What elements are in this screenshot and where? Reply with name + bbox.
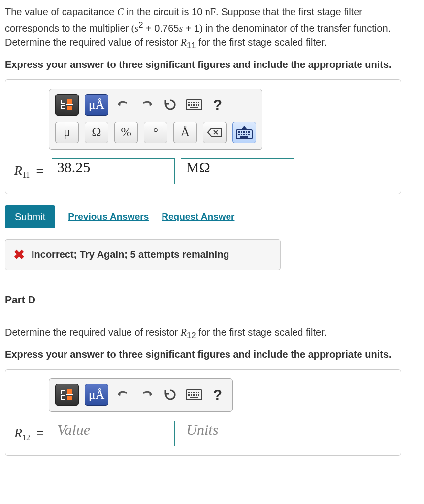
svg-rect-7 bbox=[191, 104, 192, 106]
units-button[interactable]: μÅ bbox=[85, 384, 108, 406]
partd-unit-input[interactable]: Units bbox=[181, 421, 294, 446]
svg-rect-5 bbox=[198, 102, 199, 103]
backspace-button[interactable] bbox=[203, 122, 227, 143]
svg-rect-2 bbox=[191, 102, 192, 103]
units-button[interactable]: μÅ bbox=[85, 94, 108, 116]
partc-actions: Submit Previous Answers Request Answer bbox=[5, 205, 419, 228]
partd-answer-label: R12 = bbox=[14, 425, 46, 442]
svg-rect-9 bbox=[196, 104, 197, 106]
partd-instruction: Express your answer to three significant… bbox=[5, 347, 419, 361]
degree-button[interactable]: ° bbox=[144, 122, 167, 143]
feedback-text: Incorrect; Try Again; 5 attempts remaini… bbox=[32, 249, 229, 260]
svg-rect-19 bbox=[241, 134, 242, 135]
svg-rect-34 bbox=[198, 394, 199, 396]
svg-rect-3 bbox=[193, 102, 195, 103]
svg-rect-1 bbox=[188, 102, 190, 103]
keyboard-toggle-button[interactable] bbox=[232, 122, 256, 143]
keyboard-button[interactable] bbox=[185, 384, 203, 406]
equation-toolbar: μÅ ? μ Ω % ° Å bbox=[49, 89, 262, 150]
submit-button[interactable]: Submit bbox=[5, 205, 55, 228]
percent-button[interactable]: % bbox=[114, 122, 138, 143]
svg-rect-31 bbox=[191, 394, 192, 396]
redo-button[interactable] bbox=[138, 384, 156, 406]
svg-rect-30 bbox=[188, 394, 190, 396]
mu-button[interactable]: μ bbox=[55, 122, 79, 143]
partd-label: Part D bbox=[5, 294, 419, 306]
svg-rect-25 bbox=[188, 392, 190, 393]
partd-value-input[interactable]: Value bbox=[52, 421, 175, 446]
svg-rect-28 bbox=[196, 392, 197, 393]
svg-rect-17 bbox=[248, 131, 250, 133]
help-button[interactable]: ? bbox=[209, 94, 227, 116]
svg-rect-6 bbox=[188, 104, 190, 106]
templates-button[interactable] bbox=[55, 384, 79, 406]
partc-instruction: Express your answer to three significant… bbox=[5, 58, 419, 71]
partc-answer-label: R11 = bbox=[14, 163, 46, 180]
svg-rect-8 bbox=[193, 104, 195, 106]
reset-button[interactable] bbox=[162, 384, 179, 406]
undo-button[interactable] bbox=[114, 94, 132, 116]
svg-rect-15 bbox=[243, 131, 245, 133]
partd-problem-text: Determine the required value of resistor… bbox=[5, 325, 419, 342]
previous-answers-link[interactable]: Previous Answers bbox=[68, 211, 149, 222]
omega-button[interactable]: Ω bbox=[85, 122, 108, 143]
svg-rect-22 bbox=[248, 134, 250, 135]
partc-answer-box: μÅ ? μ Ω % ° Å bbox=[5, 79, 401, 194]
svg-rect-13 bbox=[238, 131, 240, 133]
incorrect-icon: ✖ bbox=[13, 247, 25, 263]
svg-rect-11 bbox=[190, 107, 198, 108]
partc-problem-text: The value of capacitance C in the circui… bbox=[5, 5, 419, 52]
keyboard-button[interactable] bbox=[185, 94, 203, 116]
equation-toolbar-d: μÅ ? bbox=[49, 378, 233, 412]
svg-rect-23 bbox=[240, 136, 248, 138]
partc-value-input[interactable]: 38.25 bbox=[52, 158, 175, 184]
reset-button[interactable] bbox=[162, 94, 179, 116]
feedback-box: ✖ Incorrect; Try Again; 5 attempts remai… bbox=[5, 239, 281, 270]
svg-rect-10 bbox=[198, 104, 199, 106]
undo-button[interactable] bbox=[114, 384, 132, 406]
svg-rect-21 bbox=[246, 134, 247, 135]
request-answer-link[interactable]: Request Answer bbox=[162, 211, 234, 222]
svg-rect-20 bbox=[243, 134, 245, 135]
svg-rect-32 bbox=[193, 394, 195, 396]
svg-rect-27 bbox=[193, 392, 195, 393]
help-button[interactable]: ? bbox=[209, 384, 227, 406]
svg-rect-33 bbox=[196, 394, 197, 396]
angstrom-button[interactable]: Å bbox=[173, 122, 197, 143]
redo-button[interactable] bbox=[138, 94, 156, 116]
svg-rect-35 bbox=[190, 397, 198, 398]
svg-rect-29 bbox=[198, 392, 199, 393]
partd-answer-box: μÅ ? R12 = Value Units bbox=[5, 369, 401, 456]
svg-rect-26 bbox=[191, 392, 192, 393]
partc-unit-input[interactable]: MΩ bbox=[181, 158, 294, 184]
templates-button[interactable] bbox=[55, 94, 79, 116]
svg-rect-14 bbox=[241, 131, 242, 133]
svg-rect-16 bbox=[246, 131, 247, 133]
svg-rect-18 bbox=[238, 134, 240, 135]
svg-rect-4 bbox=[196, 102, 197, 103]
